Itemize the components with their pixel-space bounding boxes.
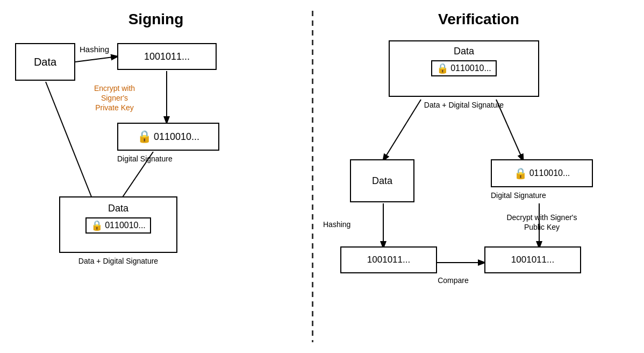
verification-sig-label: Digital Signature xyxy=(491,190,546,200)
verification-panel: Verification Data 🔒 0110010... xyxy=(313,0,644,353)
verification-sig-value: 0110010... xyxy=(529,168,570,178)
signing-hash-box: 1001011... xyxy=(117,43,217,70)
signing-output-label: Data + Digital Signature xyxy=(59,256,177,266)
verification-sig-box: 🔒 0110010... xyxy=(491,159,593,187)
signing-sig-value: 0110010... xyxy=(154,131,199,143)
signing-lock-icon: 🔒 xyxy=(137,130,152,144)
signing-hashing-label: Hashing xyxy=(80,44,109,55)
signing-output-box: Data 🔒 0110010... xyxy=(59,196,177,253)
signing-output-lock-icon: 🔒 xyxy=(91,220,103,231)
signing-panel: Signing Data Hashing 1001011... Encrypt … xyxy=(0,0,312,353)
verification-hash2-box: 1001011... xyxy=(484,246,581,273)
signing-encrypt-label: Encrypt with Signer'sPrivate Key xyxy=(80,83,149,113)
verification-input-sig-value: 0110010... xyxy=(450,63,491,73)
verification-input-lock-icon: 🔒 xyxy=(437,62,448,74)
verification-decrypt-label: Decrypt with Signer'sPublic Key xyxy=(491,213,593,232)
signing-data-box: Data xyxy=(15,43,75,81)
verification-input-data: Data xyxy=(454,46,474,57)
signing-digital-sig-label: Digital Signature xyxy=(117,154,173,164)
signing-title: Signing xyxy=(11,11,301,28)
verification-input-label: Data + Digital Signature xyxy=(389,100,539,110)
signing-output-data: Data xyxy=(108,203,128,214)
signing-output-sig-row: 🔒 0110010... xyxy=(85,217,151,234)
verification-input-sig-row: 🔒 0110010... xyxy=(431,60,497,76)
verification-compare-label: Compare xyxy=(421,276,485,285)
verification-sig-lock-icon: 🔒 xyxy=(514,167,527,180)
verification-title: Verification xyxy=(324,11,633,28)
verification-hashing-label: Hashing xyxy=(323,220,350,229)
verification-data-box: Data xyxy=(350,159,414,202)
signing-output-sig-value: 0110010... xyxy=(105,221,146,230)
verification-hash1-box: 1001011... xyxy=(340,246,437,273)
verification-input-box: Data 🔒 0110010... xyxy=(389,40,539,97)
svg-line-0 xyxy=(75,57,117,62)
signing-sig-box: 🔒 0110010... xyxy=(117,123,219,151)
